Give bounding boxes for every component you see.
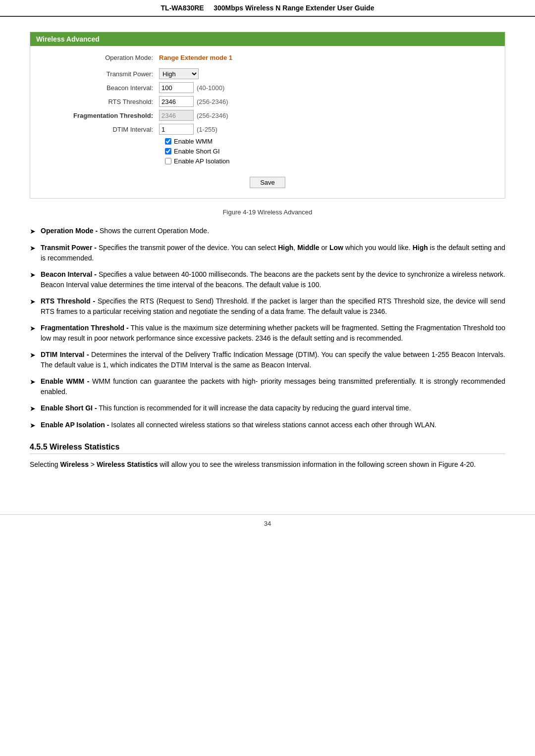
list-item: ➤ DTIM Interval - Determines the interva… [30,350,505,370]
dtim-interval-row: DTIM Interval: (1-255) [40,124,495,135]
list-item: ➤ Enable Short GI - This function is rec… [30,403,505,414]
section-heading-455: 4.5.5 Wireless Statistics [30,443,505,454]
bullet-text: Operation Mode - Shows the current Opera… [41,226,505,236]
bullet-text: Enable Short GI - This function is recom… [41,403,505,413]
beacon-interval-input[interactable] [159,82,194,93]
bullet-text: Enable AP Isolation - Isolates all conne… [41,420,505,430]
list-item: ➤ Enable AP Isolation - Isolates all con… [30,420,505,431]
list-item: ➤ Enable WMM - WMM function can guarante… [30,376,505,397]
figure-caption: Figure 4-19 Wireless Advanced [30,208,505,216]
bullet-arrow: ➤ [30,270,36,280]
enable-wmm-label: Enable WMM [174,138,213,145]
enable-short-gi-checkbox[interactable] [165,148,171,154]
transmit-power-label: Transmit Power: [40,70,159,78]
bullet-arrow: ➤ [30,350,36,360]
save-row: Save [40,173,495,188]
wireless-advanced-content: Operation Mode: Range Extender mode 1 Tr… [30,46,505,198]
transmit-power-row: Transmit Power: High Middle Low [40,68,495,79]
rts-threshold-row: RTS Threshold: (256-2346) [40,96,495,107]
list-item: ➤ Operation Mode - Shows the current Ope… [30,226,505,237]
doc-title: 300Mbps Wireless N Range Extender User G… [214,4,374,12]
dtim-interval-input[interactable] [159,124,194,135]
list-item: ➤ Beacon Interval - Specifies a value be… [30,269,505,290]
bullet-arrow: ➤ [30,226,36,237]
transmit-power-select[interactable]: High Middle Low [159,68,199,79]
bullet-arrow: ➤ [30,420,36,431]
beacon-interval-hint: (40-1000) [197,84,224,92]
dtim-interval-label: DTIM Interval: [40,126,159,133]
bullet-text: Enable WMM - WMM function can guarantee … [41,376,505,397]
rts-threshold-input[interactable] [159,96,194,107]
enable-short-gi-label: Enable Short GI [174,148,220,155]
page-content: Wireless Advanced Operation Mode: Range … [0,17,535,495]
frag-threshold-row: Fragmentation Threshold: (256-2346) [40,110,495,121]
bullet-arrow: ➤ [30,377,36,387]
enable-wmm-checkbox[interactable] [165,138,171,145]
wireless-advanced-box: Wireless Advanced Operation Mode: Range … [30,32,505,199]
frag-threshold-hint: (256-2346) [197,112,228,119]
rts-threshold-hint: (256-2346) [197,98,228,105]
operation-mode-value: Range Extender mode 1 [159,54,232,61]
bullet-arrow: ➤ [30,323,36,334]
bullet-arrow: ➤ [30,297,36,307]
enable-ap-isolation-label: Enable AP Isolation [174,157,230,165]
operation-mode-label: Operation Mode: [40,54,159,61]
enable-wmm-row: Enable WMM [165,138,495,145]
list-item: ➤ RTS Threshold - Specifies the RTS (Req… [30,296,505,317]
header-title: TL-WA830RE 300Mbps Wireless N Range Exte… [161,4,374,12]
list-item: ➤ Fragmentation Threshold - This value i… [30,323,505,344]
dtim-interval-hint: (1-255) [197,126,217,133]
wireless-advanced-header: Wireless Advanced [30,32,505,46]
section-para-455: Selecting Wireless > Wireless Statistics… [30,459,505,470]
bullet-list: ➤ Operation Mode - Shows the current Ope… [30,226,505,431]
beacon-interval-row: Beacon Interval: (40-1000) [40,82,495,93]
list-item: ➤ Transmit Power - Specifies the transmi… [30,243,505,263]
rts-threshold-label: RTS Threshold: [40,98,159,105]
model-name: TL-WA830RE [161,4,204,12]
enable-ap-isolation-checkbox[interactable] [165,158,171,164]
page-footer: 34 [0,514,535,532]
bullet-text: DTIM Interval - Determines the interval … [41,350,505,370]
bullet-text: Transmit Power - Specifies the transmit … [41,243,505,263]
beacon-interval-label: Beacon Interval: [40,84,159,92]
bullet-text: Beacon Interval - Specifies a value betw… [41,269,505,290]
bullet-arrow: ➤ [30,403,36,414]
enable-ap-isolation-row: Enable AP Isolation [165,157,495,165]
bullet-text: Fragmentation Threshold - This value is … [41,323,505,344]
bullet-text: RTS Threshold - Specifies the RTS (Reque… [41,296,505,317]
page-number: 34 [264,520,271,527]
bullet-arrow: ➤ [30,243,36,253]
page-header: TL-WA830RE 300Mbps Wireless N Range Exte… [0,0,535,17]
enable-short-gi-row: Enable Short GI [165,148,495,155]
operation-mode-row: Operation Mode: Range Extender mode 1 [40,54,495,61]
frag-threshold-label: Fragmentation Threshold: [40,112,159,119]
save-button[interactable]: Save [250,177,285,188]
frag-threshold-input[interactable] [159,110,194,121]
